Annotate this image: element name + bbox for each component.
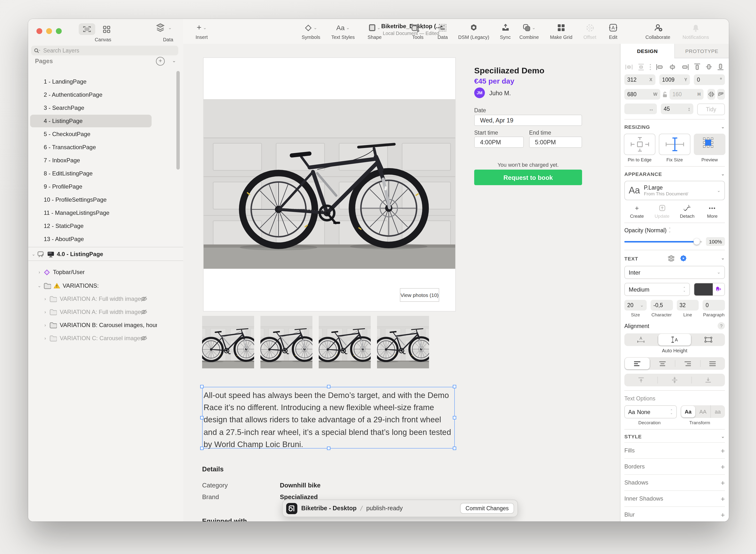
selection-handle[interactable]	[327, 385, 330, 388]
components-view-button[interactable]	[98, 23, 115, 35]
chevron-right-icon[interactable]: ›	[43, 336, 48, 341]
text-styles-layers-icon[interactable]	[667, 255, 675, 262]
date-input[interactable]: Wed, Apr 19	[474, 115, 582, 126]
fixed-size-option[interactable]	[692, 333, 725, 346]
selection-handle[interactable]	[453, 385, 456, 388]
align-text-center-option[interactable]	[650, 357, 675, 370]
line-height-field[interactable]: 32	[677, 300, 699, 311]
close-window-button[interactable]	[37, 28, 42, 34]
sidebar-page-item[interactable]: 5 - CheckoutPage	[30, 128, 152, 141]
rotation-field[interactable]: 0°	[694, 74, 725, 85]
sidebar-page-item[interactable]: 3 - SearchPage	[30, 102, 152, 114]
sidebar-page-item-selected[interactable]: 4 - ListingPage	[30, 115, 152, 127]
chevron-right-icon[interactable]: ›	[37, 270, 42, 275]
sidebar-page-item[interactable]: 6 - TransactionPage	[30, 141, 152, 154]
distribute-vertically-icon[interactable]	[637, 63, 645, 70]
layer-variation-row[interactable]: › VARIATION C: Carousel images, purch…	[28, 332, 183, 344]
add-border-button[interactable]: +	[720, 462, 725, 470]
photo-thumbnail[interactable]	[202, 316, 254, 368]
opacity-slider[interactable]	[624, 241, 702, 242]
create-style-button[interactable]: +Create	[624, 204, 650, 219]
opacity-value[interactable]: 100%	[706, 237, 725, 246]
host-avatar[interactable]: JM	[474, 88, 485, 98]
sidebar-page-item[interactable]: 2 - AuthenticationPage	[30, 89, 152, 101]
add-shadow-button[interactable]: +	[720, 479, 725, 487]
transform-none-option[interactable]: Aa	[681, 406, 695, 418]
selection-handle[interactable]	[200, 447, 203, 450]
pages-scrollbar[interactable]	[176, 71, 180, 170]
chevron-right-icon[interactable]: ›	[43, 296, 48, 301]
chevron-down-icon[interactable]: ⌄	[37, 283, 42, 288]
fix-size-option[interactable]: Fix Size	[659, 134, 690, 162]
opacity-slider-knob[interactable]	[694, 238, 700, 245]
appearance-header[interactable]: APPEARANCE⌄	[624, 171, 725, 177]
horizontal-spacing-field[interactable]: ↔	[624, 104, 657, 114]
pages-collapse-chevron-icon[interactable]: ⌄	[172, 58, 176, 63]
align-top-text-option[interactable]	[624, 374, 658, 386]
lock-icon[interactable]	[662, 89, 667, 100]
eye-slash-icon[interactable]	[140, 335, 147, 341]
color-variable-pin-icon[interactable]	[713, 283, 724, 295]
photo-thumbnail[interactable]	[319, 316, 371, 368]
height-field[interactable]: 160H	[670, 89, 703, 100]
sidebar-page-item[interactable]: 7 - InboxPage	[30, 154, 152, 167]
collaborate-button[interactable]: Collaborate	[636, 22, 680, 40]
view-photos-button[interactable]: View photos (10)	[400, 288, 439, 302]
selection-handle[interactable]	[327, 447, 330, 450]
request-to-book-button[interactable]: Request to book	[474, 170, 582, 185]
stepper-icon[interactable]: ⌃⌄	[668, 228, 671, 233]
align-bottom-text-option[interactable]	[692, 374, 725, 386]
insert-button[interactable]: +⌄ Insert	[180, 22, 224, 40]
align-text-left-option[interactable]	[625, 358, 649, 369]
auto-height-option[interactable]: A	[658, 334, 691, 345]
design-canvas[interactable]: View photos (10) All-out speed has alway…	[183, 44, 620, 521]
end-time-input[interactable]: 5:00PM	[529, 136, 582, 148]
add-blur-button[interactable]: +	[720, 510, 725, 519]
align-text-right-option[interactable]	[675, 357, 700, 370]
canvas-view-button[interactable]	[79, 23, 95, 35]
add-fill-button[interactable]: +	[720, 446, 725, 455]
sidebar-page-item[interactable]: 8 - EditListingPage	[30, 167, 152, 180]
flip-horizontal-button[interactable]	[707, 89, 715, 100]
start-time-input[interactable]: 4:00PM	[474, 136, 524, 148]
layer-folder-row[interactable]: ⌄ VARIATIONS:	[28, 279, 183, 292]
align-right-icon[interactable]	[681, 63, 689, 70]
paragraph-spacing-field[interactable]: 0	[703, 300, 725, 311]
tab-prototype[interactable]: PROTOTYPE	[675, 44, 729, 58]
text-style-dropdown[interactable]: Aa P.Large From This Document/ ⌄	[624, 181, 725, 200]
text-section-header[interactable]: TEXT ⌄	[624, 255, 725, 262]
chevron-right-icon[interactable]: ›	[43, 323, 48, 328]
character-spacing-field[interactable]: -0,5	[651, 300, 673, 311]
sidebar-page-item[interactable]: 12 - StaticPage	[30, 220, 152, 232]
selection-handle[interactable]	[200, 385, 203, 388]
chevron-right-icon[interactable]: ›	[43, 310, 48, 315]
edit-button[interactable]: A Edit	[591, 22, 635, 40]
layer-variation-row[interactable]: › VARIATION A: Full width image, daily…	[28, 306, 183, 318]
flip-vertical-button[interactable]	[717, 89, 725, 100]
commit-changes-button[interactable]: Commit Changes	[460, 503, 514, 514]
distribute-horizontally-icon[interactable]	[625, 63, 633, 70]
zoom-window-button[interactable]	[56, 28, 62, 34]
align-center-horizontal-icon[interactable]	[668, 63, 676, 70]
transform-lowercase-option[interactable]: aa	[710, 405, 725, 418]
eye-slash-icon[interactable]	[140, 309, 147, 315]
auto-width-option[interactable]: A	[624, 333, 657, 346]
align-top-icon[interactable]	[694, 63, 701, 70]
listing-description-textlayer[interactable]: All-out speed has always been the Demo’s…	[202, 387, 455, 449]
chevron-down-icon[interactable]: ⌄	[31, 252, 36, 257]
minimize-window-button[interactable]	[46, 28, 52, 34]
layer-symbol-row[interactable]: › Topbar/User	[28, 266, 183, 278]
detach-style-button[interactable]: Detach	[675, 204, 700, 219]
sidebar-page-item[interactable]: 13 - AboutPage	[30, 233, 152, 245]
align-middle-vertical-icon[interactable]	[705, 63, 712, 70]
align-left-icon[interactable]	[656, 63, 664, 70]
help-icon[interactable]: ?	[718, 322, 725, 330]
add-inner-shadow-button[interactable]: +	[720, 494, 725, 503]
x-position-field[interactable]: 312X	[624, 74, 655, 85]
data-toggle[interactable]: ⌄	[156, 23, 172, 32]
font-family-select[interactable]: Inter⌄	[624, 266, 725, 279]
more-style-button[interactable]: •••More	[700, 204, 725, 219]
photo-thumbnail[interactable]	[377, 316, 429, 368]
text-color-swatch[interactable]	[694, 283, 713, 295]
y-position-field[interactable]: 1009Y	[659, 74, 690, 85]
